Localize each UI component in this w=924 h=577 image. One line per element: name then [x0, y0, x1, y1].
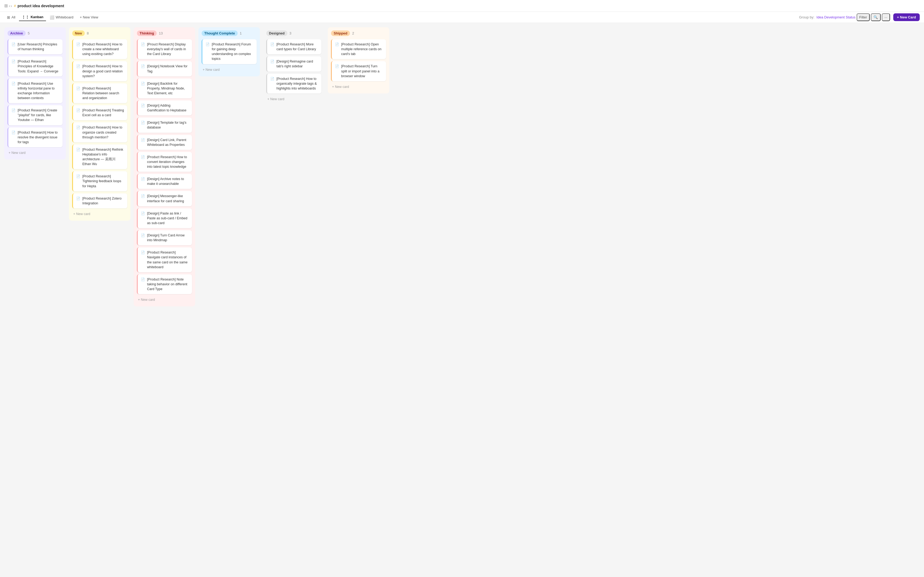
kanban-card[interactable]: 📄[Product Research] How to design a good…: [72, 61, 127, 81]
card-document-icon: 📄: [11, 82, 16, 86]
card-text: [Design] Backlink for Property, Mindmap …: [147, 81, 189, 96]
column-header-designed: Designed3: [266, 31, 321, 36]
new-card-row-new[interactable]: + New card: [72, 211, 127, 218]
card-text: [Product Research] Use infinity horizont…: [18, 81, 59, 101]
card-text: [Product Research] Relation between sear…: [82, 86, 124, 100]
column-count-shipped: 2: [352, 31, 354, 35]
column-title-thought-complete[interactable]: Thought Complete: [202, 31, 238, 36]
column-new: New8📄[Product Research] How to create a …: [69, 27, 131, 221]
card-document-icon: 📄: [335, 64, 339, 69]
kanban-card[interactable]: 📄[Design] Archive notes to make it unsea…: [137, 174, 192, 189]
back-button[interactable]: ‹: [9, 4, 10, 8]
card-document-icon: 📄: [141, 121, 145, 125]
card-text: [Design] Messenger-like interface for ca…: [147, 193, 189, 203]
new-view-button[interactable]: + New View: [77, 14, 101, 21]
card-document-icon: 📄: [11, 131, 16, 135]
search-button[interactable]: 🔍: [871, 13, 881, 21]
kanban-card[interactable]: 📄[Design] Paste as link / Paste as sub-c…: [137, 208, 192, 228]
kanban-card[interactable]: 📄[Product Research] How to organize card…: [72, 122, 127, 142]
card-text: [Product Research] Rethink Heptabase's i…: [82, 147, 124, 167]
card-text: [Design] Turn Card Arrow into Mindmap: [147, 233, 189, 243]
kanban-card[interactable]: 📄[Product Research] Open multiple refere…: [331, 39, 386, 59]
column-title-designed[interactable]: Designed: [266, 31, 288, 36]
column-title-archive[interactable]: Archive: [8, 31, 26, 36]
kanban-card[interactable]: 📄[Product Research] Turn split or import…: [331, 61, 386, 81]
whiteboard-view-button[interactable]: ⬜ Whiteboard: [47, 14, 76, 21]
card-document-icon: 📄: [141, 233, 145, 238]
card-document-icon: 📄: [141, 64, 145, 69]
card-text: [Design] Paste as link / Paste as sub-ca…: [147, 211, 189, 226]
forward-button[interactable]: ›: [11, 4, 12, 8]
kanban-card[interactable]: 📄[Product Research] Create "playlist" fo…: [8, 105, 63, 125]
kanban-card[interactable]: 📄[Product Research] Treating Excel cell …: [72, 105, 127, 120]
card-document-icon: 📄: [76, 86, 80, 91]
toolbar: ⊞ All ⋮⋮ Kanban ⬜ Whiteboard + New View …: [0, 12, 924, 23]
card-text: [Design] Template for tag's database: [147, 120, 189, 130]
kanban-card[interactable]: 📄[Design] Notebook View for Tag: [137, 61, 192, 76]
column-header-shipped: Shipped2: [331, 31, 386, 36]
kanban-card[interactable]: 📄[Product Research] More card types for …: [266, 39, 321, 54]
kanban-card[interactable]: 📄[Design] Template for tag's database: [137, 118, 192, 132]
app-header: ⊞ ‹ › # product idea development: [0, 0, 924, 12]
kanban-card[interactable]: 📄[Product Research] How to resolve the d…: [8, 127, 63, 147]
filter-button[interactable]: Filter: [857, 13, 870, 21]
card-text: [Product Research] How to resolve the di…: [18, 130, 59, 145]
card-text: [Product Research] Open multiple referen…: [341, 42, 383, 56]
group-by-value[interactable]: Idea Development Status: [817, 15, 856, 19]
column-header-thought-complete: Thought Complete1: [202, 31, 257, 36]
column-title-thinking[interactable]: Thinking: [137, 31, 157, 36]
card-document-icon: 📄: [141, 155, 145, 160]
kanban-card[interactable]: 📄[Design] Card Link, Parent Whiteboard a…: [137, 135, 192, 150]
new-card-row-archive[interactable]: + New card: [8, 149, 63, 156]
card-text: [Product Research] How to create a new w…: [82, 42, 124, 56]
column-archive: Archive5📄[User Research] Principles of h…: [4, 27, 66, 160]
card-document-icon: 📄: [76, 42, 80, 47]
sidebar-toggle-icon[interactable]: ⊞: [4, 3, 8, 8]
kanban-card[interactable]: 📄[Product Research] Zotero Integration: [72, 193, 127, 208]
card-text: [Product Research] Navigate card instanc…: [147, 250, 189, 269]
kanban-view-button[interactable]: ⋮⋮ Kanban: [19, 14, 46, 21]
kanban-card[interactable]: 📄[User Research] Principles of human thi…: [8, 39, 63, 54]
page-title: product idea development: [18, 4, 64, 8]
card-text: [Product Research] Principles of Knowled…: [18, 59, 59, 73]
new-card-row-shipped[interactable]: + New card: [331, 83, 386, 90]
kanban-card[interactable]: 📄[Product Research] How to create a new …: [72, 39, 127, 59]
kanban-card[interactable]: 📄[Product Research] Relation between sea…: [72, 83, 127, 103]
kanban-card[interactable]: 📄[Product Research] Tightening feedback …: [72, 171, 127, 191]
card-text: [Product Research] Forum for gaining dee…: [212, 42, 254, 61]
kanban-card[interactable]: 📄[Design] Reimagine card tab's right sid…: [266, 56, 321, 71]
column-shipped: Shipped2📄[Product Research] Open multipl…: [328, 27, 389, 93]
column-title-new[interactable]: New: [72, 31, 85, 36]
all-view-button[interactable]: ⊞ All: [4, 14, 18, 21]
new-card-row-thinking[interactable]: + New card: [137, 296, 192, 303]
column-title-shipped[interactable]: Shipped: [331, 31, 350, 36]
more-options-button[interactable]: ···: [882, 13, 890, 21]
kanban-card[interactable]: 📄[Design] Adding Gamification to Heptaba…: [137, 100, 192, 115]
kanban-card[interactable]: 📄[Design] Backlink for Property, Mindmap…: [137, 79, 192, 98]
kanban-card[interactable]: 📄[Product Research] Use infinity horizon…: [8, 79, 63, 103]
group-by-label: Group by:: [799, 15, 814, 19]
card-document-icon: 📄: [141, 138, 145, 142]
new-card-button[interactable]: + New Card: [893, 13, 920, 21]
kanban-card[interactable]: 📄[Design] Turn Card Arrow into Mindmap: [137, 230, 192, 245]
kanban-card[interactable]: 📄[Product Research] Principles of Knowle…: [8, 56, 63, 76]
new-card-row-thought-complete[interactable]: + New card: [202, 66, 257, 73]
kanban-card[interactable]: 📄[Product Research] Note taking behavior…: [137, 274, 192, 294]
kanban-card[interactable]: 📄[Prouct Research] Display everyday's wa…: [137, 39, 192, 59]
card-document-icon: 📄: [11, 42, 16, 47]
card-text: [Product Research] How to organize cards…: [82, 125, 124, 139]
new-card-row-designed[interactable]: + New card: [266, 96, 321, 103]
kanban-card[interactable]: 📄[Product Research] Forum for gaining de…: [202, 39, 257, 64]
column-count-designed: 3: [289, 31, 291, 35]
kanban-card[interactable]: 📄[Product Research] How to convert itera…: [137, 152, 192, 172]
card-document-icon: 📄: [76, 174, 80, 179]
kanban-card[interactable]: 📄[Product Research] Navigate card instan…: [137, 247, 192, 272]
kanban-card[interactable]: 📄[Product Research] How to organically i…: [266, 74, 321, 93]
card-text: [Design] Archive notes to make it unsear…: [147, 177, 189, 186]
kanban-card[interactable]: 📄[Design] Messenger-like interface for c…: [137, 191, 192, 206]
kanban-card[interactable]: 📄[Product Research] Rethink Heptabase's …: [72, 145, 127, 169]
card-document-icon: 📄: [335, 42, 339, 47]
card-document-icon: 📄: [141, 194, 145, 198]
card-document-icon: 📄: [141, 177, 145, 181]
card-document-icon: 📄: [270, 42, 274, 47]
